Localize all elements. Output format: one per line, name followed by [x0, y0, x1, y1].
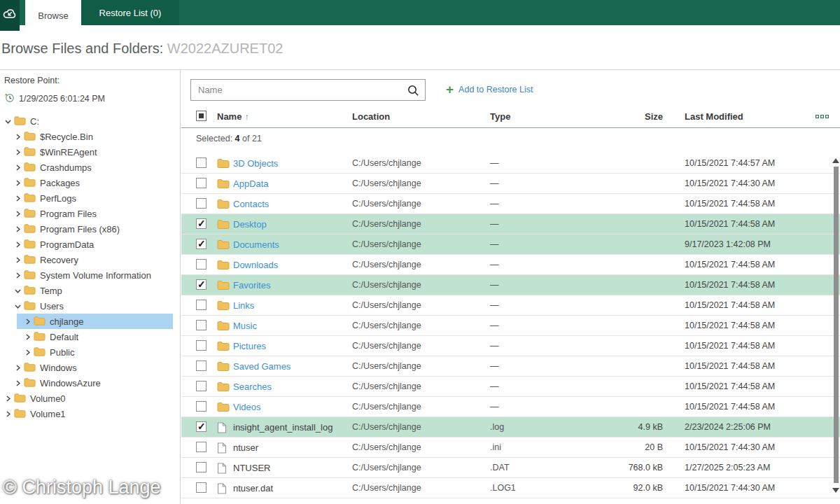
- tab-restore-list[interactable]: Restore List (0): [81, 0, 179, 25]
- tree-item[interactable]: Temp: [0, 283, 181, 298]
- chevron-icon[interactable]: [13, 224, 22, 234]
- row-checkbox[interactable]: [196, 482, 206, 493]
- chevron-icon[interactable]: [22, 316, 32, 326]
- chevron-icon[interactable]: [22, 332, 32, 342]
- item-name-link[interactable]: ntuser.dat: [233, 483, 273, 493]
- table-row[interactable]: Searches C:/Users/chjlange — 10/15/2021 …: [181, 377, 840, 397]
- table-row[interactable]: Documents C:/Users/chjlange — 9/17/2023 …: [181, 234, 840, 255]
- chevron-icon[interactable]: [13, 363, 22, 372]
- tree-item[interactable]: chjlange: [0, 314, 181, 329]
- table-row[interactable]: Music C:/Users/chjlange — 10/15/2021 7:4…: [181, 316, 840, 336]
- chevron-icon[interactable]: [22, 347, 32, 357]
- item-name-link[interactable]: ntuser: [233, 442, 258, 453]
- chevron-icon[interactable]: [3, 393, 13, 403]
- table-row[interactable]: Favorites C:/Users/chjlange — 10/15/2021…: [181, 275, 840, 295]
- item-name-link[interactable]: Music: [233, 321, 257, 331]
- chevron-icon[interactable]: [13, 301, 22, 311]
- row-checkbox[interactable]: [196, 198, 206, 209]
- row-checkbox[interactable]: [196, 320, 206, 330]
- row-checkbox[interactable]: [196, 340, 206, 351]
- item-name-link[interactable]: Downloads: [233, 260, 278, 270]
- column-header-name[interactable]: Name↑: [217, 111, 249, 122]
- row-checkbox[interactable]: [196, 442, 206, 452]
- table-row[interactable]: Links C:/Users/chjlange — 10/15/2021 7:4…: [181, 295, 840, 316]
- chevron-icon[interactable]: [3, 409, 13, 419]
- tree-item[interactable]: Recovery: [0, 252, 181, 267]
- table-row[interactable]: ntuser.dat C:/Users/chjlange .LOG1 92.0 …: [181, 478, 840, 498]
- chevron-icon[interactable]: [13, 209, 22, 218]
- tree-item[interactable]: PerfLogs: [0, 190, 181, 206]
- item-name-link[interactable]: Desktop: [233, 219, 267, 230]
- item-name-link[interactable]: 3D Objects: [233, 158, 278, 169]
- tree-item[interactable]: Program Files: [0, 206, 181, 221]
- scrollbar-up-arrow[interactable]: [832, 158, 839, 163]
- table-row[interactable]: insight_agent_install_log C:/Users/chjla…: [181, 417, 840, 438]
- row-checkbox[interactable]: [196, 218, 206, 229]
- row-checkbox[interactable]: [196, 259, 206, 270]
- tree-item[interactable]: Default: [0, 329, 181, 344]
- row-checkbox[interactable]: [196, 421, 206, 432]
- column-header-last-modified[interactable]: Last Modified: [685, 111, 743, 122]
- table-row[interactable]: Videos C:/Users/chjlange — 10/15/2021 7:…: [181, 397, 840, 417]
- table-row[interactable]: Pictures C:/Users/chjlange — 10/15/2021 …: [181, 336, 840, 356]
- chevron-icon[interactable]: [13, 132, 22, 141]
- column-header-type[interactable]: Type: [490, 111, 510, 122]
- chevron-icon[interactable]: [13, 255, 22, 265]
- table-row[interactable]: 3D Objects C:/Users/chjlange — 10/15/202…: [181, 153, 840, 174]
- scrollbar-down-arrow[interactable]: [832, 488, 839, 493]
- table-row[interactable]: Contacts C:/Users/chjlange — 10/15/2021 …: [181, 194, 840, 214]
- scrollbar-thumb[interactable]: [834, 167, 839, 483]
- row-checkbox[interactable]: [196, 381, 206, 391]
- tree-item[interactable]: $WinREAgent: [0, 144, 181, 160]
- chevron-icon[interactable]: [13, 286, 22, 295]
- row-checkbox[interactable]: [196, 401, 206, 412]
- column-header-location[interactable]: Location: [352, 111, 390, 122]
- table-row[interactable]: AppData C:/Users/chjlange — 10/15/2021 7…: [181, 174, 840, 194]
- table-row[interactable]: ntuser C:/Users/chjlange .ini 20 B 10/15…: [181, 438, 840, 458]
- item-name-link[interactable]: Pictures: [233, 341, 266, 351]
- tree-item[interactable]: Public: [0, 344, 181, 360]
- chevron-icon[interactable]: [3, 116, 13, 126]
- search-input[interactable]: [191, 80, 425, 100]
- chevron-icon[interactable]: [13, 378, 22, 388]
- row-checkbox[interactable]: [196, 279, 206, 290]
- tree-item[interactable]: Volume0: [0, 391, 181, 406]
- chevron-icon[interactable]: [13, 162, 22, 172]
- search-icon[interactable]: [407, 84, 419, 99]
- item-name-link[interactable]: Favorites: [233, 280, 270, 290]
- item-name-link[interactable]: Documents: [233, 239, 279, 250]
- tree-item[interactable]: Windows: [0, 360, 181, 375]
- chevron-icon[interactable]: [13, 193, 22, 203]
- row-checkbox[interactable]: [196, 158, 206, 168]
- tree-item[interactable]: Program Files (x86): [0, 221, 181, 237]
- add-to-restore-list-button[interactable]: + Add to Restore List: [446, 85, 533, 94]
- chevron-icon[interactable]: [13, 147, 22, 157]
- table-row[interactable]: NTUSER C:/Users/chjlange .DAT 768.0 kB 1…: [181, 458, 840, 478]
- row-checkbox[interactable]: [196, 178, 206, 188]
- tree-item[interactable]: ProgramData: [0, 237, 181, 252]
- column-options-icon[interactable]: [816, 115, 829, 118]
- row-checkbox[interactable]: [196, 462, 206, 472]
- chevron-icon[interactable]: [13, 178, 22, 188]
- item-name-link[interactable]: Contacts: [233, 199, 269, 209]
- item-name-link[interactable]: AppData: [233, 178, 269, 189]
- item-name-link[interactable]: insight_agent_install_log: [233, 422, 332, 433]
- table-row[interactable]: Saved Games C:/Users/chjlange — 10/15/20…: [181, 356, 840, 377]
- tree-item[interactable]: System Volume Information: [0, 267, 181, 283]
- tree-item[interactable]: $Recycle.Bin: [0, 129, 181, 144]
- row-checkbox[interactable]: [196, 300, 206, 310]
- chevron-icon[interactable]: [13, 239, 22, 249]
- chevron-icon[interactable]: [13, 270, 22, 280]
- item-name-link[interactable]: Searches: [233, 382, 272, 392]
- item-name-link[interactable]: Videos: [233, 402, 261, 412]
- tree-item[interactable]: Crashdumps: [0, 160, 181, 175]
- restore-point[interactable]: 1/29/2025 6:01:24 PM: [4, 92, 105, 105]
- tab-browse[interactable]: Browse: [25, 0, 81, 31]
- tree-item[interactable]: C:: [0, 113, 181, 129]
- row-checkbox[interactable]: [196, 239, 206, 249]
- tree-item[interactable]: Users: [0, 298, 181, 314]
- table-row[interactable]: Downloads C:/Users/chjlange — 10/15/2021…: [181, 255, 840, 275]
- table-row[interactable]: Desktop C:/Users/chjlange — 10/15/2021 7…: [181, 214, 840, 234]
- tree-item[interactable]: WindowsAzure: [0, 375, 181, 391]
- item-name-link[interactable]: Links: [233, 300, 254, 311]
